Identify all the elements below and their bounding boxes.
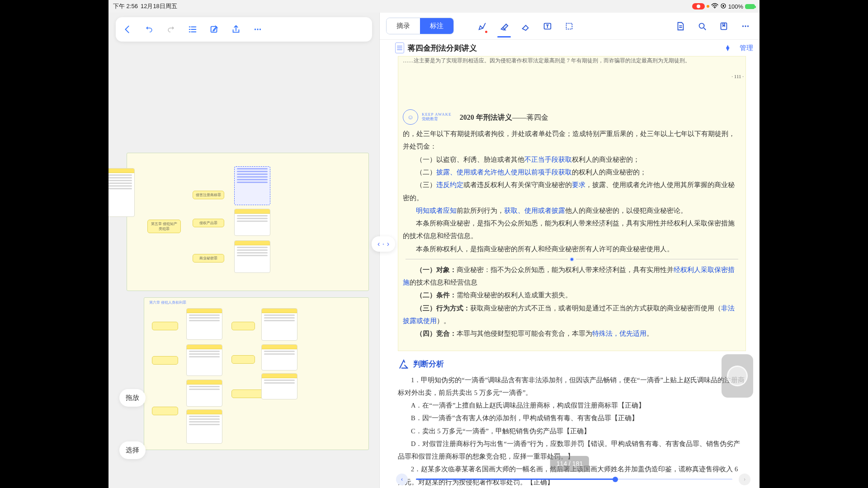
mindmap-node[interactable]	[231, 389, 265, 398]
mindmap-section-label: 第六章 侵犯人身权利罪	[149, 300, 186, 305]
recording-indicator	[692, 3, 705, 9]
svg-point-10	[699, 23, 704, 28]
page-indicator: 114 / 181	[550, 456, 589, 472]
compose-button[interactable]	[208, 23, 221, 36]
option-text: A．在“一滴香”上擅自贴上赵氏调味品注册商标，构成假冒注册商标罪【正确】	[398, 399, 746, 412]
body-text: 明知或者应知前款所列行为，获取、使用或者披露他人的商业秘密的，以侵犯商业秘密论。	[403, 204, 741, 217]
mindmap-canvas[interactable]: 第五章 侵犯知产类犯罪 侵害注册商标罪 侵权产品罪 商业秘密罪 第六章 侵犯人身…	[108, 46, 379, 488]
bookmark-button[interactable]	[716, 18, 731, 35]
outline-button[interactable]	[186, 23, 199, 36]
mindmap-node[interactable]	[152, 322, 178, 330]
orientation-lock-icon	[720, 3, 726, 10]
note-text: （二）条件：需给商业秘密的权利人造成重大损失。	[403, 289, 741, 301]
paddle-dot-icon: •	[382, 242, 384, 247]
mindmap-node[interactable]	[152, 407, 178, 415]
paddle-left-icon[interactable]: ‹	[377, 240, 380, 248]
mode-segmented-control[interactable]: 摘录 标注	[386, 18, 454, 34]
option-text: B．因“一滴香”含有害人体的添加剂，甲构成销售有毒、有害食品罪【正确】	[398, 412, 746, 424]
page-number: · 111 ·	[731, 72, 744, 81]
mindmap-node[interactable]: 侵权产品罪	[193, 219, 224, 227]
mindmap-node[interactable]	[231, 355, 255, 364]
select-tool[interactable]	[561, 18, 577, 35]
mindmap-node[interactable]	[152, 356, 178, 365]
document-icon[interactable]	[673, 18, 688, 35]
highlighter-tool[interactable]	[496, 18, 512, 35]
svg-point-1	[714, 7, 715, 8]
section-title: 判断分析	[398, 357, 746, 371]
paddle-right-icon[interactable]: ›	[387, 240, 389, 248]
prev-page-button[interactable]: ‹	[396, 474, 408, 485]
svg-point-6	[257, 28, 258, 30]
privacy-dot-icon	[707, 5, 709, 8]
body-text: ……这主要是为了实现罪刑相适应。因为侵犯著作权罪法定最高刑是 7 年有期徒刑，而…	[403, 56, 741, 65]
redo-button[interactable]	[165, 23, 177, 36]
manage-button[interactable]: 管理	[740, 44, 753, 52]
body-text: 本条所称商业秘密，是指不为公众所知悉，能为权利人带来经济利益，具有实用性并经权利…	[403, 217, 741, 243]
assistive-touch-button[interactable]	[722, 354, 753, 398]
back-button[interactable]	[121, 23, 134, 36]
note-text: （四）竞合：本罪与其他侵财型犯罪可能会有竞合，本罪为特殊法，优先适用。	[403, 327, 741, 340]
document-title: 蒋四金刑法分则讲义	[408, 43, 477, 53]
mindmap-root[interactable]: 第五章 侵犯知产类犯罪	[147, 220, 181, 233]
note-text: （一）对象：商业秘密：指不为公众所知悉，能为权利人带来经济利益，具有实用性并经权…	[403, 263, 741, 289]
svg-point-0	[697, 5, 700, 8]
tab-excerpt[interactable]: 摘录	[387, 18, 420, 34]
body-text: （一）以盗窃、利诱、胁迫或者其他不正当手段获取权利人的商业秘密的；	[403, 153, 741, 166]
wifi-icon	[711, 3, 718, 10]
page-slider[interactable]	[416, 479, 732, 480]
pane-resize-paddle[interactable]: ‹ • ›	[372, 236, 395, 252]
pen-tool[interactable]	[475, 18, 490, 35]
svg-rect-9	[566, 23, 572, 29]
note-text: （三）行为方式：获取商业秘密的方式不正当，或者明知是通过不正当的方式获取的商业秘…	[403, 302, 741, 328]
eraser-tool[interactable]	[518, 18, 533, 35]
brand-text: KEEP AWAKE 觉晓教育	[422, 113, 452, 122]
svg-point-5	[255, 28, 256, 30]
question-text: 1．甲明知伪劣的“一滴香”调味品含有害非法添加剂，但因该产品畅销，便在“一滴香”…	[398, 374, 746, 399]
status-date: 12月18日周五	[141, 2, 177, 10]
next-page-button[interactable]: ›	[739, 474, 750, 485]
svg-point-13	[745, 25, 746, 27]
mindmap-node[interactable]: 侵害注册商标罪	[193, 191, 224, 199]
search-button[interactable]	[694, 18, 710, 35]
body-text: 本条所称权利人，是指商业秘密的所有人和经商业秘密所有人许可的商业秘密使用人。	[403, 243, 741, 255]
brand-logo-icon: ☺	[403, 109, 418, 125]
mindmap-node[interactable]	[231, 322, 255, 330]
battery-pct: 100%	[728, 3, 743, 10]
sort-toggle-icon[interactable]: ▲▼	[725, 45, 731, 51]
select-mode-button[interactable]: 选择	[119, 441, 146, 459]
body-text: （二）披露、使用或者允许他人使用以前项手段获取的权利人的商业秘密的；	[403, 166, 741, 178]
status-time: 下午 2:56	[113, 2, 138, 10]
document-type-icon	[395, 42, 404, 53]
more-button[interactable]	[251, 23, 264, 36]
tab-annotate[interactable]: 标注	[420, 18, 453, 34]
svg-rect-11	[721, 23, 727, 29]
svg-point-14	[747, 25, 749, 27]
share-button[interactable]	[230, 23, 242, 36]
reader-body[interactable]: ……这主要是为了实现罪刑相适应。因为侵犯著作权罪法定最高刑是 7 年有期徒刑，而…	[380, 56, 760, 488]
body-text: 的，处三年以下有期徒刑或者拘役，并处或者单处罚金；造成特别严重后果的，处三年以上…	[403, 127, 741, 153]
option-text: C．卖出 5 万多元“一滴香”，甲触犯销售伪劣产品罪【正确】	[398, 425, 746, 437]
body-text: （三）违反约定或者违反权利人有关保守商业秘密的要求，披露、使用或者允许他人使用其…	[403, 178, 741, 204]
battery-icon	[745, 4, 755, 9]
undo-button[interactable]	[143, 23, 156, 36]
textbox-tool[interactable]	[540, 18, 555, 35]
drag-mode-button[interactable]: 拖放	[119, 389, 146, 407]
mindmap-node[interactable]: 商业秘密罪	[193, 254, 224, 263]
svg-point-7	[259, 28, 261, 30]
svg-rect-3	[722, 5, 724, 7]
more-button[interactable]	[738, 18, 753, 35]
svg-point-12	[742, 25, 744, 27]
page-heading: 2020 年刑法讲义——蒋四金	[460, 110, 548, 124]
